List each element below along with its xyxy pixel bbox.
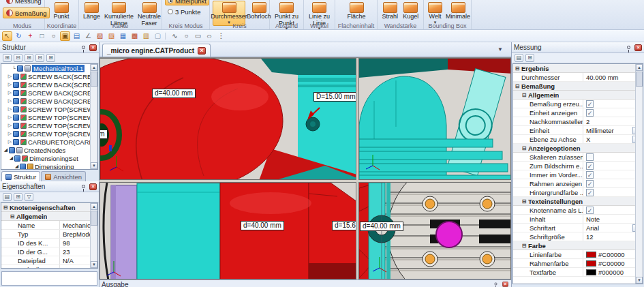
- tree-node[interactable]: ▷ CARBURETOR(CARB: [1, 138, 97, 146]
- expand-icon[interactable]: ⊞: [525, 54, 534, 62]
- radio-mittelpunkt[interactable]: Mittelpunkt: [165, 0, 209, 5]
- tree-node[interactable]: ▷ SCREW TOP(SCREW: [1, 121, 97, 130]
- minimale-button[interactable]: Minimale: [445, 1, 471, 22]
- property-row[interactable]: Rahmenfarbe #C00000: [513, 259, 643, 268]
- view-top-icon[interactable]: ▥: [141, 31, 151, 41]
- close-document-icon[interactable]: ×: [198, 47, 206, 55]
- scroll-thumb[interactable]: [636, 72, 643, 87]
- tree-node[interactable]: ▷ SCREW TOP(SCREW: [1, 113, 97, 121]
- kugel-button[interactable]: Kugel: [401, 1, 421, 22]
- close-icon[interactable]: ×: [634, 44, 642, 51]
- view-front-icon[interactable]: ▧: [95, 31, 105, 41]
- property-row[interactable]: Textfarbe #000000: [513, 268, 643, 277]
- expand-icon[interactable]: ⊞: [14, 193, 22, 201]
- property-row[interactable]: Hintergrundfarbe ... ✓: [513, 188, 643, 197]
- property-row[interactable]: ID der G... 23: [1, 247, 97, 256]
- property-row[interactable]: Farbstil: [1, 265, 97, 269]
- checkbox[interactable]: ✓: [586, 100, 594, 108]
- tab-struktur[interactable]: Struktur: [1, 171, 40, 181]
- color-swatch[interactable]: [586, 260, 596, 267]
- expander-icon[interactable]: ◢: [3, 147, 9, 153]
- dimension-label[interactable]: d=40.00 mm: [360, 222, 403, 231]
- ellipse-tool-icon[interactable]: ○: [204, 31, 215, 41]
- property-group-row[interactable]: ⊟ Allgemein: [513, 91, 643, 100]
- checkbox[interactable]: ✓: [586, 109, 594, 117]
- expander-icon[interactable]: ▷: [7, 139, 13, 145]
- checkbox[interactable]: [586, 153, 594, 161]
- tree-node[interactable]: ▷ SCREW BACK(SCREW: [1, 89, 97, 97]
- collapse-icon[interactable]: ⊟: [1, 205, 10, 211]
- tab-ansichten[interactable]: Ansichten: [41, 171, 86, 181]
- property-row[interactable]: ID des K... 98: [1, 239, 97, 247]
- flaeche-button[interactable]: Fläche: [343, 1, 370, 22]
- pin-icon[interactable]: [627, 46, 630, 49]
- property-group-row[interactable]: ⊟ Ergebnis: [513, 64, 643, 73]
- scroll-up-icon[interactable]: ▲: [91, 203, 97, 210]
- property-row[interactable]: Typ BrepModel: [1, 230, 97, 239]
- collapse-selected-icon[interactable]: ⊟: [35, 54, 44, 62]
- collapse-icon[interactable]: ⊟: [8, 213, 16, 220]
- checkbox[interactable]: ✓: [586, 162, 594, 170]
- rotate-view-icon[interactable]: ↻: [14, 31, 24, 41]
- tree-node[interactable]: ◢ Dimensioning: [1, 162, 97, 170]
- bemassung-mode-button[interactable]: Bemaßung: [3, 7, 50, 18]
- expander-icon[interactable]: ▷: [7, 106, 13, 112]
- select-tool-icon[interactable]: ↖: [2, 31, 12, 41]
- tree-node[interactable]: ▷ SCREW BACK(SCREW: [1, 97, 97, 105]
- overflow-menu-icon[interactable]: ⋮: [216, 31, 226, 41]
- property-row[interactable]: Name Mechanical...: [1, 221, 97, 230]
- polyline-tool-icon[interactable]: ∿: [170, 31, 180, 41]
- expander-icon[interactable]: ▷: [7, 131, 13, 136]
- view-back-icon[interactable]: ▨: [106, 31, 117, 41]
- zoom-icon[interactable]: ○: [48, 31, 59, 41]
- pan-view-icon[interactable]: +: [25, 31, 35, 41]
- scroll-up-icon[interactable]: ▲: [636, 64, 643, 71]
- checkbox[interactable]: ✓: [586, 171, 594, 179]
- checkbox[interactable]: ✓: [586, 189, 594, 196]
- standard-views-icon[interactable]: ▤: [72, 31, 82, 41]
- close-icon[interactable]: ×: [502, 282, 508, 287]
- checkbox[interactable]: ✓: [586, 207, 594, 214]
- scroll-thumb[interactable]: [91, 72, 97, 87]
- measure-tool-icon[interactable]: ∠: [83, 31, 93, 41]
- expander-icon[interactable]: ▷: [7, 115, 13, 120]
- property-row[interactable]: Nachkommastellen 2: [513, 117, 643, 126]
- view-left-icon[interactable]: ▦: [118, 31, 128, 41]
- bohrloch-button[interactable]: Bohrloch: [247, 1, 271, 22]
- collapse-icon[interactable]: ⊟: [513, 65, 521, 72]
- close-icon[interactable]: ×: [89, 44, 97, 51]
- copy-icon[interactable]: ▤: [3, 193, 12, 201]
- tree-node[interactable]: ◢ DimensioningSet: [1, 154, 97, 162]
- radio-3-punkte[interactable]: 3 Punkte: [165, 7, 204, 16]
- color-swatch[interactable]: [586, 252, 596, 258]
- collapse-icon[interactable]: ⊟: [513, 83, 521, 89]
- collapse-icon[interactable]: ⊟: [520, 92, 528, 98]
- expander-icon[interactable]: ▷: [7, 90, 13, 95]
- tree-node[interactable]: └ MechanicalTool.1: [1, 64, 97, 72]
- property-row[interactable]: Zum Bildschirm e... ✓: [513, 162, 643, 170]
- collapse-icon[interactable]: ⊟: [520, 145, 528, 151]
- viewport-menu-button[interactable]: ▼: [497, 46, 503, 52]
- expander-icon[interactable]: ▷: [7, 74, 13, 79]
- circle-tool-icon[interactable]: ○: [181, 31, 191, 41]
- zoom-window-icon[interactable]: □: [37, 31, 47, 41]
- expander-icon[interactable]: ◢: [14, 164, 20, 169]
- collapse-all-icon[interactable]: ⊟: [14, 54, 22, 62]
- properties-scrollbar[interactable]: ▲ ▼: [90, 203, 97, 268]
- expander-icon[interactable]: ▷: [7, 98, 13, 104]
- collapse-icon[interactable]: ⊟: [520, 198, 528, 205]
- strahl-button[interactable]: Strahl: [380, 1, 400, 22]
- dimension-label[interactable]: d=40.00 mm: [152, 89, 196, 98]
- color-swatch[interactable]: [586, 269, 596, 275]
- property-group-row[interactable]: ⊟ Texteinstellungen: [513, 197, 643, 206]
- tree-node[interactable]: ▷ SCREW BACK(SCREW: [1, 72, 97, 80]
- property-row[interactable]: Inhalt Note: [513, 215, 643, 224]
- checkbox[interactable]: ✓: [586, 180, 594, 187]
- rectangle-tool-icon[interactable]: ▭: [193, 31, 203, 41]
- property-row[interactable]: Schriftart Arial ▼: [513, 224, 643, 232]
- tree-node[interactable]: ▷ SCREW TOP(SCREW: [1, 105, 97, 113]
- property-row[interactable]: Knotenname als L... ✓: [513, 206, 643, 215]
- filter-icon[interactable]: ▽: [25, 193, 33, 201]
- property-row[interactable]: Ebene zu Achse X ▼: [513, 135, 643, 144]
- viewport-top-left[interactable]: d=40.00 mm D=15.00 mm mm: [99, 58, 356, 180]
